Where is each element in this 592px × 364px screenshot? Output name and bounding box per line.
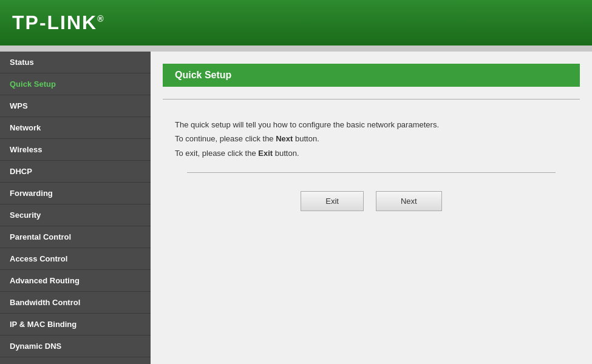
sidebar-item-ip-&-mac-binding[interactable]: IP & MAC Binding	[0, 314, 151, 335]
button-row: Exit Next	[175, 191, 568, 211]
sidebar-item-network[interactable]: Network	[0, 117, 151, 139]
sidebar-item-wireless[interactable]: Wireless	[0, 139, 151, 161]
page-title: Quick Setup	[175, 70, 231, 80]
sidebar-item-security[interactable]: Security	[0, 204, 151, 226]
sidebar-item-parental-control[interactable]: Parental Control	[0, 226, 151, 248]
sidebar: StatusQuick SetupWPSNetworkWirelessDHCPF…	[0, 52, 151, 364]
content-body: The quick setup will tell you how to con…	[151, 112, 592, 223]
page-title-bar: Quick Setup	[163, 64, 580, 87]
sidebar-item-quick-setup[interactable]: Quick Setup	[0, 73, 151, 95]
logo: TP-LINK®	[12, 12, 105, 34]
sidebar-item-bandwidth-control[interactable]: Bandwidth Control	[0, 292, 151, 314]
sidebar-item-access-control[interactable]: Access Control	[0, 248, 151, 270]
description-line3: To exit, please click the Exit button.	[175, 146, 568, 160]
subheader-bar	[0, 46, 592, 52]
description-line2: To continue, please click the Next butto…	[175, 132, 568, 146]
top-divider	[163, 99, 580, 99]
bottom-divider	[187, 172, 556, 173]
sidebar-item-wps[interactable]: WPS	[0, 95, 151, 117]
header: TP-LINK®	[0, 0, 592, 46]
description-line1: The quick setup will tell you how to con…	[175, 118, 568, 132]
sidebar-item-forwarding[interactable]: Forwarding	[0, 183, 151, 204]
main-layout: StatusQuick SetupWPSNetworkWirelessDHCPF…	[0, 52, 592, 364]
content-area: Quick Setup The quick setup will tell yo…	[151, 52, 592, 364]
sidebar-item-dynamic-dns[interactable]: Dynamic DNS	[0, 335, 151, 357]
exit-button[interactable]: Exit	[301, 191, 364, 211]
sidebar-item-dhcp[interactable]: DHCP	[0, 161, 151, 183]
sidebar-item-advanced-routing[interactable]: Advanced Routing	[0, 270, 151, 292]
sidebar-item-status[interactable]: Status	[0, 52, 151, 73]
next-button[interactable]: Next	[376, 191, 442, 211]
